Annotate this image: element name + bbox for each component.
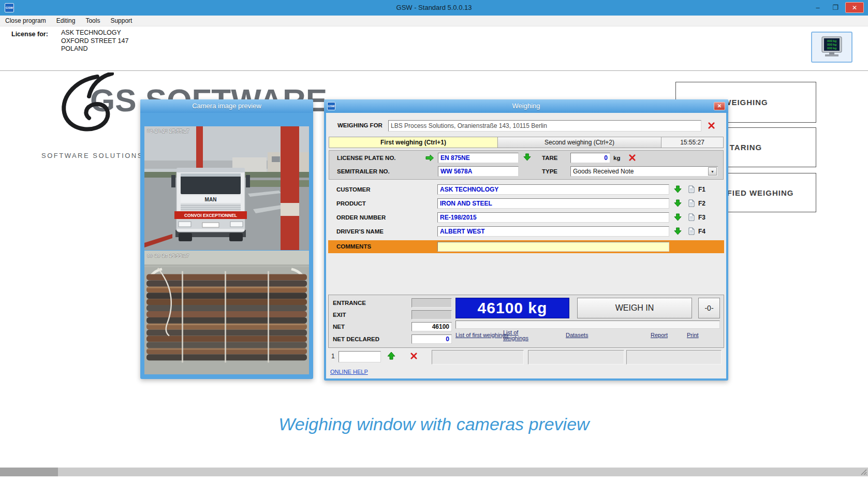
report-link[interactable]: Report — [651, 332, 668, 338]
menu-support[interactable]: Support — [105, 16, 137, 25]
cancel-x-icon[interactable] — [410, 352, 418, 360]
weighing-window-close-button[interactable]: ✕ — [714, 102, 725, 110]
camera-window-title: Camera image preview — [192, 102, 261, 110]
bottom-slot-3 — [626, 350, 722, 365]
order-number-input[interactable]: RE-198/2015 — [437, 212, 669, 223]
license-plate-lookup-icon[interactable] — [523, 153, 531, 161]
scale-indicator-button[interactable]: 000 kg 000 kg 000 kg — [811, 32, 852, 63]
order-number-fkey-label: F3 — [698, 214, 705, 221]
product-fkey-label: F2 — [698, 200, 705, 207]
camera-feed-load: 08-10-13 15:55:27 — [144, 251, 309, 374]
horizontal-scrollbar[interactable] — [0, 468, 868, 476]
comments-input[interactable] — [437, 242, 669, 252]
online-help-link[interactable]: ONLINE HELP — [330, 369, 368, 375]
weigh-in-button[interactable]: WEIGH IN — [577, 298, 692, 318]
list-first-weighings-link[interactable]: List of first weighings — [455, 332, 508, 338]
menu-editing[interactable]: Editing — [51, 16, 81, 25]
maximize-button[interactable]: ❐ — [828, 2, 843, 13]
driver-name-input[interactable]: ALBERT WEST — [437, 226, 669, 237]
weighing-for-clear-icon[interactable] — [708, 122, 715, 129]
semitrailer-label: SEMITRAILER NO. — [337, 168, 390, 174]
current-time: 15:55:27 — [661, 137, 724, 148]
camera-timestamp-bottom: 08-10-13 15:55:27 — [147, 253, 189, 258]
driver-name-lookup-icon[interactable] — [674, 227, 682, 235]
screenshot-caption: Weighing window with cameras preview — [0, 414, 868, 434]
tab-first-weighing[interactable]: First weighing (Ctrl+1) — [329, 137, 498, 148]
minimize-button[interactable]: – — [810, 2, 826, 13]
license-label: License for: — [11, 31, 48, 38]
comments-label: COMMENTS — [336, 243, 371, 250]
product-label: PRODUCT — [336, 200, 366, 207]
net-label: NET — [333, 324, 345, 330]
tab-first-weighing-label: First weighing (Ctrl+1) — [380, 139, 446, 146]
order-number-document-icon[interactable] — [688, 213, 695, 221]
list-weighings-link[interactable]: List of weighings — [503, 330, 532, 341]
comments-row: COMMENTS — [328, 240, 724, 253]
chevron-down-icon[interactable]: ▼ — [708, 167, 717, 176]
tare-input[interactable]: 0 — [570, 153, 610, 163]
scrollbar-thumb[interactable] — [0, 468, 58, 476]
vehicle-panel: LICENSE PLATE NO. EN 875NE TARE 0 kg SEM… — [329, 150, 724, 180]
product-input[interactable]: IRON AND STEEL — [437, 198, 669, 209]
net-value-box: 46100 — [411, 322, 452, 331]
weighing-for-input[interactable]: LBS Process Solutions, Oranienstraße 143… — [388, 120, 701, 132]
menu-close-program[interactable]: Close program — [0, 16, 51, 25]
exit-value-box — [411, 310, 452, 319]
close-button[interactable]: ✕ — [845, 2, 864, 13]
customer-document-icon[interactable] — [688, 185, 695, 193]
bottom-slot-2 — [528, 350, 624, 365]
menu-bar: Close program Editing Tools Support — [0, 16, 868, 26]
camera-feed-front: MAN CONVOI EXCEPTIONNEL 08-10-13 15:55:2… — [144, 126, 309, 250]
order-number-lookup-icon[interactable] — [674, 213, 682, 221]
customer-input[interactable]: ASK TECHNOLOGY — [437, 184, 669, 195]
type-label: TYPE — [542, 168, 557, 174]
row-index-input[interactable] — [339, 351, 381, 362]
green-right-arrow-icon[interactable] — [425, 154, 434, 162]
license-plate-input[interactable]: EN 875NE — [438, 153, 519, 163]
weighing-window: GSW Weighing ✕ WEIGHING FOR LBS Process … — [324, 99, 728, 381]
tare-label: TARE — [542, 155, 557, 161]
print-link[interactable]: Print — [687, 332, 699, 338]
type-select-value: Goods Received Note — [573, 168, 634, 175]
net-declared-input[interactable]: 0 — [411, 334, 452, 344]
driver-name-document-icon[interactable] — [688, 227, 695, 235]
license-line-2: OXFORD STREET 147 — [61, 37, 128, 46]
camera-window-titlebar[interactable]: Camera image preview — [140, 99, 313, 113]
svg-text:000 kg: 000 kg — [827, 39, 836, 42]
product-lookup-icon[interactable] — [674, 199, 682, 207]
bottom-slot-1 — [432, 350, 524, 365]
customer-lookup-icon[interactable] — [674, 185, 682, 193]
weighing-window-titlebar[interactable]: GSW Weighing ✕ — [324, 99, 728, 113]
license-panel: License for: ASK TECHNOLOGY OXFORD STREE… — [0, 26, 868, 71]
weighing-window-icon: GSW — [327, 102, 335, 110]
customer-fkey-label: F1 — [698, 186, 705, 193]
order-number-label: ORDER NUMBER — [336, 214, 386, 221]
camera-timestamp-top: 08-10-13 15:55:27 — [147, 128, 189, 134]
scale-indicator-icon: 000 kg 000 kg 000 kg — [819, 36, 844, 59]
zero-button[interactable]: -0- — [698, 298, 720, 318]
type-select[interactable]: Goods Received Note ▼ — [570, 166, 718, 177]
tab-second-weighing-label: Second weighing (Ctrl+2) — [545, 139, 614, 146]
svg-text:000 kg: 000 kg — [827, 43, 836, 46]
svg-text:000 kg: 000 kg — [827, 47, 836, 50]
entrance-label: ENTRANCE — [333, 300, 366, 306]
tab-second-weighing[interactable]: Second weighing (Ctrl+2) — [497, 137, 661, 148]
truck-banner-text: CONVOI EXCEPTIONNEL — [184, 213, 237, 218]
camera-window-body: MAN CONVOI EXCEPTIONNEL 08-10-13 15:55:2… — [140, 113, 313, 374]
customer-label: CUSTOMER — [336, 186, 371, 193]
product-document-icon[interactable] — [688, 199, 695, 207]
tare-clear-icon[interactable] — [628, 154, 636, 162]
datasets-link[interactable]: Datasets — [566, 332, 588, 338]
menu-tools[interactable]: Tools — [80, 16, 105, 25]
license-line-1: ASK TECHNOLOGY — [61, 29, 128, 37]
app-titlebar: GSW GSW - Standard 5.0.0.13 – ❐ ✕ — [0, 0, 868, 16]
logo-tagline: SOFTWARE SOLUTIONS F — [41, 152, 152, 159]
nav-taring-label: TARING — [730, 143, 762, 152]
semitrailer-input[interactable]: WW 5678A — [438, 166, 519, 177]
resize-grip-icon[interactable] — [860, 468, 867, 476]
current-time-label: 15:55:27 — [680, 139, 704, 146]
license-plate-label: LICENSE PLATE NO. — [337, 155, 396, 161]
totals-panel: ENTRANCE EXIT NET 46100 NET DECLARED 0 4… — [328, 295, 724, 348]
status-field — [455, 320, 720, 329]
confirm-up-arrow-icon[interactable] — [387, 352, 395, 360]
